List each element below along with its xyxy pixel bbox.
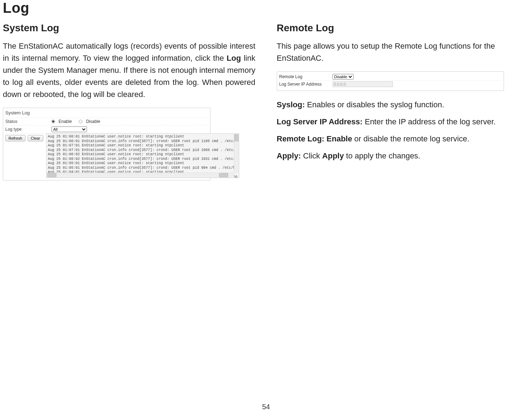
def-term: Apply: bbox=[277, 151, 301, 160]
ip-input[interactable] bbox=[333, 81, 393, 87]
scroll-left-icon[interactable] bbox=[47, 173, 56, 177]
panel-header: System Log bbox=[5, 109, 208, 118]
page-number: 54 bbox=[0, 403, 532, 411]
log-line: Aug 25 01:05:01 EnStationAC cron.info cr… bbox=[48, 166, 237, 171]
page-title: Log bbox=[3, 0, 529, 16]
log-line: Aug 25 01:07:01 EnStationAC cron.info cr… bbox=[48, 148, 237, 153]
clear-button[interactable]: Clear bbox=[28, 135, 43, 141]
system-log-paragraph: The EnStationAC automatically logs (reco… bbox=[3, 40, 256, 101]
status-row: Status Enable Disable bbox=[5, 118, 208, 125]
def-text: to apply the changes. bbox=[344, 151, 420, 160]
ip-label: Log Server IP Address bbox=[279, 82, 333, 87]
log-output: Aug 25 01:08:01 EnStationAC user.notice … bbox=[46, 133, 239, 178]
refresh-button[interactable]: Refresh bbox=[5, 135, 26, 141]
def-term: Apply bbox=[322, 151, 344, 160]
system-log-panel: System Log Status Enable Disable Log typ… bbox=[3, 108, 210, 180]
def-term: Remote Log: Enable bbox=[277, 134, 352, 143]
def-lsip: Log Server IP Address: Enter the IP addr… bbox=[277, 116, 530, 128]
remote-log-row: Remote Log Disable bbox=[279, 73, 501, 80]
def-text: Enter the IP address of the log server. bbox=[363, 117, 496, 126]
scrollbar-horizontal[interactable] bbox=[46, 173, 234, 178]
def-text: or disable the remote log service. bbox=[352, 134, 469, 143]
status-label: Status bbox=[5, 119, 51, 124]
def-term: Syslog: bbox=[277, 100, 305, 109]
radio-disable-label: Disable bbox=[86, 119, 100, 124]
remote-log-heading: Remote Log bbox=[277, 22, 530, 34]
def-apply: Apply: Click Apply to apply the changes. bbox=[277, 150, 530, 162]
def-text: Enables or disables the syslog function. bbox=[305, 100, 444, 109]
left-column: System Log The EnStationAC automatically… bbox=[3, 22, 256, 180]
def-remote: Remote Log: Enable or disable the remote… bbox=[277, 133, 530, 145]
def-text: Click bbox=[301, 151, 322, 160]
scrollbar-vertical[interactable] bbox=[234, 134, 239, 173]
definitions: Syslog: Enables or disables the syslog f… bbox=[277, 99, 530, 162]
log-line: Aug 25 01:05:01 EnStationAC user.notice … bbox=[48, 161, 237, 166]
log-line: Aug 25 01:06:02 EnStationAC cron.info cr… bbox=[48, 157, 237, 162]
log-bold: Log bbox=[227, 54, 241, 63]
remote-log-label: Remote Log bbox=[279, 74, 333, 79]
logtype-select[interactable]: All bbox=[51, 126, 87, 132]
right-column: Remote Log This page allows you to setup… bbox=[277, 22, 530, 180]
logtype-label: Log type bbox=[5, 127, 51, 132]
def-syslog: Syslog: Enables or disables the syslog f… bbox=[277, 99, 530, 111]
radio-enable[interactable] bbox=[51, 120, 55, 123]
ip-row: Log Server IP Address bbox=[279, 80, 501, 88]
log-line: Aug 25 01:07:01 EnStationAC user.notice … bbox=[48, 144, 237, 148]
remote-log-select[interactable]: Disable bbox=[333, 74, 353, 80]
scroll-right-icon[interactable] bbox=[219, 173, 228, 177]
log-line: Aug 25 01:06:02 EnStationAC user.notice … bbox=[48, 152, 237, 157]
log-line: Aug 25 01:08:01 EnStationAC user.notice … bbox=[48, 135, 237, 139]
text-fragment: The EnStationAC automatically logs (reco… bbox=[3, 42, 256, 63]
def-term: Log Server IP Address: bbox=[277, 117, 363, 126]
system-log-heading: System Log bbox=[3, 22, 256, 34]
radio-enable-label: Enable bbox=[59, 119, 72, 124]
remote-log-panel: Remote Log Disable Log Server IP Address bbox=[277, 71, 504, 91]
radio-disable[interactable] bbox=[79, 120, 82, 123]
scroll-thumb[interactable] bbox=[234, 134, 238, 141]
logtype-row: Log type All bbox=[5, 125, 208, 133]
remote-log-intro: This page allows you to setup the Remote… bbox=[277, 40, 530, 64]
log-line: Aug 25 01:08:01 EnStationAC cron.info cr… bbox=[48, 139, 237, 144]
